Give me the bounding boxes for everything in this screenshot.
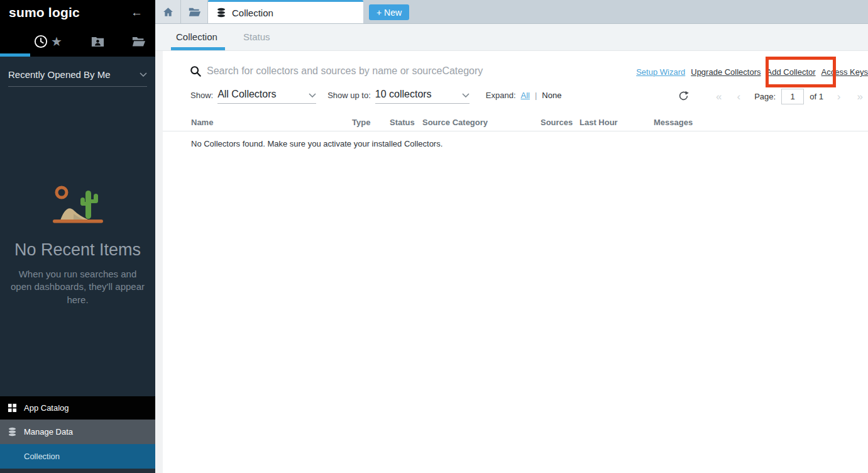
collection-tab-label: Collection bbox=[232, 8, 273, 18]
top-tab-bar: Collection + New bbox=[155, 0, 868, 24]
upgrade-collectors-link[interactable]: Upgrade Collectors bbox=[691, 67, 761, 77]
show-up-to-label: Show up to: bbox=[327, 91, 371, 104]
app-window: sumo logic ← ★ Recently Opened By Me bbox=[0, 0, 868, 473]
expand-none-link[interactable]: None bbox=[542, 91, 561, 104]
access-keys-link[interactable]: Access Keys bbox=[821, 67, 868, 77]
expand-all-link[interactable]: All bbox=[521, 91, 530, 104]
search-input[interactable] bbox=[206, 62, 598, 81]
chevron-down-icon bbox=[462, 93, 470, 97]
column-header-last-hour[interactable]: Last Hour bbox=[580, 118, 618, 127]
sumo-logic-logo: sumo logic bbox=[9, 5, 80, 20]
last-page-icon[interactable]: » bbox=[857, 91, 863, 103]
search-icon bbox=[190, 65, 201, 79]
pagination: « ‹ Page: of 1 › » bbox=[716, 89, 863, 104]
content-gutter bbox=[155, 51, 163, 473]
library-tab[interactable] bbox=[181, 0, 208, 23]
shared-folder-icon[interactable] bbox=[90, 34, 105, 49]
next-page-icon[interactable]: › bbox=[837, 91, 841, 103]
sidebar-empty-state: No Recent Items When you run searches an… bbox=[0, 184, 155, 306]
show-up-to-dropdown[interactable]: 10 collectors bbox=[375, 89, 470, 104]
refresh-icon[interactable] bbox=[678, 91, 689, 104]
column-header-messages[interactable]: Messages bbox=[654, 118, 693, 127]
sidebar-bottom-menu: App Catalog Manage Data Collection bbox=[0, 396, 155, 473]
active-nav-underline bbox=[0, 53, 30, 57]
prev-page-icon[interactable]: ‹ bbox=[737, 91, 741, 103]
add-collector-link[interactable]: Add Collector bbox=[767, 67, 816, 77]
show-label: Show: bbox=[190, 91, 213, 104]
no-recent-items-title: No Recent Items bbox=[0, 240, 155, 260]
sidebar-item-manage-data[interactable]: Manage Data bbox=[0, 420, 155, 444]
filter-row: Show: All Collectors Show up to: 10 coll… bbox=[190, 89, 561, 104]
column-header-name[interactable]: Name bbox=[191, 118, 213, 127]
tab-status[interactable]: Status bbox=[243, 31, 270, 42]
column-header-sources[interactable]: Sources bbox=[541, 118, 573, 127]
page-of-label: of 1 bbox=[810, 92, 823, 101]
database-icon bbox=[216, 8, 226, 18]
show-up-to-dropdown-value: 10 collectors bbox=[375, 89, 432, 100]
column-header-type[interactable]: Type bbox=[352, 118, 370, 127]
collector-action-links: Setup Wizard Upgrade Collectors Add Coll… bbox=[636, 67, 868, 77]
page-number-input[interactable] bbox=[781, 89, 804, 104]
desert-illustration bbox=[53, 184, 103, 224]
no-collectors-message: No Collectors found. Make sure you activ… bbox=[191, 139, 442, 148]
logo-bar: sumo logic ← bbox=[0, 0, 155, 25]
show-dropdown[interactable]: All Collectors bbox=[217, 89, 316, 104]
chevron-down-icon bbox=[140, 72, 147, 77]
collection-tab[interactable]: Collection bbox=[208, 0, 363, 23]
manage-data-label: Manage Data bbox=[24, 427, 73, 437]
collectors-table-header: Name Type Status Source Category Sources… bbox=[163, 116, 868, 131]
home-tab[interactable] bbox=[155, 0, 181, 23]
chevron-down-icon bbox=[309, 93, 316, 97]
recently-opened-dropdown[interactable]: Recently Opened By Me bbox=[8, 69, 147, 87]
tab-collection[interactable]: Collection bbox=[176, 31, 217, 42]
recently-opened-label: Recently Opened By Me bbox=[8, 69, 111, 80]
show-dropdown-value: All Collectors bbox=[217, 89, 276, 100]
sidebar-item-collection[interactable]: Collection bbox=[0, 444, 155, 469]
collapse-sidebar-arrow-icon[interactable]: ← bbox=[131, 6, 143, 19]
column-header-status[interactable]: Status bbox=[390, 118, 415, 127]
sidebar-bottom-strip bbox=[0, 469, 155, 473]
recents-clock-icon[interactable] bbox=[33, 34, 48, 49]
subtab-row: Collection Status bbox=[155, 24, 868, 51]
sidebar: sumo logic ← ★ Recently Opened By Me bbox=[0, 0, 155, 473]
home-icon bbox=[163, 7, 173, 17]
grid-icon bbox=[7, 403, 17, 413]
active-subtab-underline bbox=[171, 47, 225, 50]
expand-label: Expand: bbox=[486, 91, 516, 104]
new-button[interactable]: + New bbox=[369, 4, 409, 20]
sidebar-item-app-catalog[interactable]: App Catalog bbox=[0, 396, 155, 420]
first-page-icon[interactable]: « bbox=[716, 91, 722, 103]
open-folder-icon[interactable] bbox=[131, 34, 146, 49]
sidebar-icon-nav: ★ bbox=[0, 25, 155, 57]
favorites-star-icon[interactable]: ★ bbox=[49, 34, 64, 49]
database-icon bbox=[7, 427, 17, 437]
setup-wizard-link[interactable]: Setup Wizard bbox=[636, 67, 685, 77]
app-catalog-label: App Catalog bbox=[24, 403, 69, 413]
column-header-source-category[interactable]: Source Category bbox=[422, 118, 488, 127]
no-recent-items-subtitle: When you run searches and open dashboard… bbox=[9, 268, 146, 306]
page-label: Page: bbox=[754, 92, 776, 101]
open-folder-icon bbox=[189, 7, 201, 17]
main-content: Setup Wizard Upgrade Collectors Add Coll… bbox=[163, 51, 868, 473]
expand-divider: | bbox=[535, 91, 537, 104]
collection-label: Collection bbox=[24, 452, 60, 461]
